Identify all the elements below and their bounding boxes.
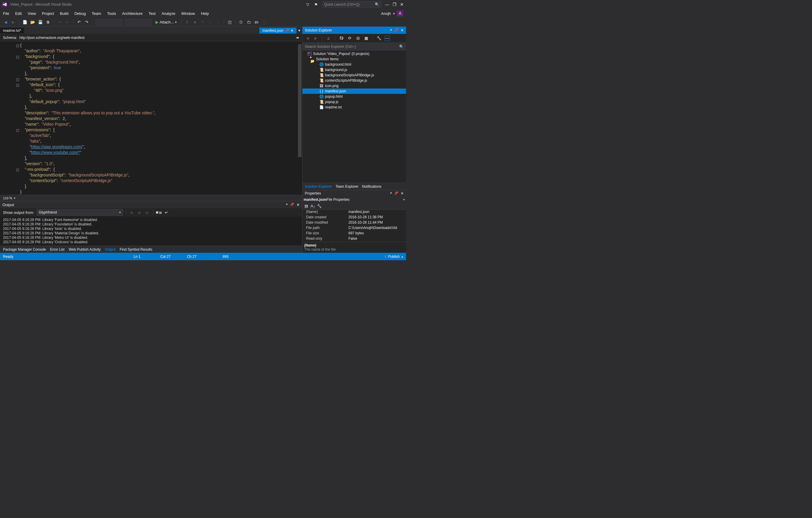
se-fwd-icon[interactable]: ▶ [313, 36, 318, 41]
close-button[interactable]: ✕ [400, 2, 404, 7]
clear-output-button[interactable]: ✖≣ [156, 210, 162, 215]
tree-item[interactable]: 📄readme.txt [302, 105, 406, 110]
property-row[interactable]: Date created2016-10-28 11:38 PM [302, 215, 406, 220]
split-icon[interactable]: ⬌ [296, 36, 299, 40]
categorized-icon[interactable]: ▤ [303, 203, 309, 209]
outdent-button[interactable]: ⇤ [65, 20, 70, 25]
bottom-tab-output[interactable]: Output [105, 247, 115, 251]
menu-team[interactable]: Team [92, 11, 101, 16]
properties-subject[interactable]: manifest.json File Properties ▾ [302, 197, 406, 202]
menu-architecture[interactable]: Architecture [122, 11, 142, 16]
misc-icon-4[interactable]: 🗁 [254, 20, 259, 25]
properties-grid[interactable]: (Name)manifest.jsonDate created2016-10-2… [302, 210, 406, 242]
user-avatar[interactable]: A [397, 10, 403, 16]
bottom-tab-package-manager-console[interactable]: Package Manager Console [3, 247, 46, 251]
misc-icon-5[interactable]: ◌ [262, 20, 267, 25]
publish-button[interactable]: Publish [388, 254, 400, 259]
wrap-output-button[interactable]: ↵ [164, 210, 169, 215]
tree-item[interactable]: 🖼icon.png [302, 83, 406, 88]
panel-dropdown-icon[interactable]: ▾ [390, 191, 392, 195]
attach-button[interactable]: ▶ Attach... ▾ [154, 20, 178, 24]
bottom-tab-find-symbol-results[interactable]: Find Symbol Results [120, 247, 152, 251]
zoom-dropdown-icon[interactable]: ▾ [14, 197, 16, 199]
output-btn-1[interactable]: ≣ [129, 210, 135, 215]
pin-icon[interactable]: 📌 [394, 28, 398, 32]
menu-view[interactable]: View [28, 11, 36, 16]
tab-readme[interactable]: readme.txt* [0, 28, 24, 33]
pin-icon[interactable]: 📌 [290, 202, 294, 207]
menu-window[interactable]: Window [181, 11, 195, 16]
nav-back-button[interactable]: ◀ [3, 20, 8, 25]
se-tab-team-explorer[interactable]: Team Explorer [336, 185, 358, 189]
scrollbar-thumb[interactable] [298, 44, 301, 157]
maximize-button[interactable]: ❐ [393, 2, 397, 7]
property-row[interactable]: File pathC:\Users\Anojh\Downloads\Vid [302, 226, 406, 231]
properties-icon[interactable]: 🔧 [376, 36, 382, 41]
nav-fwd-button[interactable]: ▶ [11, 20, 16, 25]
output-btn-2[interactable]: ≣ [137, 210, 142, 215]
code-editor[interactable]: −{ "author": "Anojh Thayaparan",− "backg… [0, 41, 302, 195]
se-back-icon[interactable]: ◀ [305, 36, 310, 41]
menu-analyze[interactable]: Analyze [162, 11, 175, 16]
tree-item[interactable]: { }manifest.json [302, 88, 406, 94]
menu-project[interactable]: Project [42, 11, 54, 16]
upload-icon[interactable]: ↑ [385, 254, 386, 259]
tree-item[interactable]: 📜backgroundScriptsAPIBridge.js [302, 73, 406, 78]
menu-test[interactable]: Test [149, 11, 156, 16]
misc-icon-3[interactable]: 🗀 [246, 20, 252, 25]
wrench-icon[interactable]: 🔧 [317, 203, 322, 209]
undo-button[interactable]: ↶ [76, 20, 82, 25]
output-source-combo[interactable]: Glyphfriend ▾ [37, 209, 123, 216]
refresh-icon[interactable]: ⟳ [347, 36, 352, 41]
preview-icon[interactable]: — [385, 36, 390, 41]
bottom-tab-web-publish-activity[interactable]: Web Publish Activity [68, 247, 100, 251]
schema-url[interactable]: http://json.schemastore.org/web-manifest [19, 36, 294, 40]
tab-dropdown-icon[interactable]: ▾ [296, 28, 302, 33]
misc-icon-2[interactable]: 🗋 [239, 20, 244, 25]
se-tab-solution-explorer[interactable]: Solution Explorer [305, 185, 332, 189]
pin-icon[interactable]: 📌 [394, 191, 398, 195]
panel-dropdown-icon[interactable]: ▾ [286, 202, 288, 207]
property-row[interactable]: Read-onlyFalse [302, 237, 406, 242]
chevron-down-icon[interactable]: ▾ [393, 12, 395, 15]
tree-item[interactable]: Solution 'Video_Popout' (0 projects) [302, 51, 406, 56]
property-row[interactable]: File size697 bytes [302, 231, 406, 237]
close-tab-icon[interactable]: ✕ [291, 28, 293, 33]
tree-item[interactable]: 📜contentScriptsAPIBridge.js [302, 78, 406, 83]
menu-debug[interactable]: Debug [75, 11, 86, 16]
filter-icon[interactable]: ▽ [306, 2, 310, 7]
menu-edit[interactable]: Edit [15, 11, 22, 16]
se-search-input[interactable]: Search Solution Explorer (Ctrl+;) 🔍 [302, 43, 406, 51]
alpha-icon[interactable]: A↓ [310, 203, 316, 209]
new-project-button[interactable]: 📄 [22, 20, 28, 25]
output-btn-3[interactable]: ≣ [145, 210, 150, 215]
tree-item[interactable]: 🌐background.html [302, 62, 406, 67]
save-button[interactable]: 💾 [38, 20, 43, 25]
bottom-tab-error-list[interactable]: Error List [50, 247, 65, 251]
tree-item[interactable]: ▸ 📁Solution Items [302, 56, 406, 62]
collapse-icon[interactable]: ⊟ [355, 36, 360, 41]
close-panel-icon[interactable]: ✕ [296, 202, 300, 207]
misc-icon-1[interactable]: ◫ [227, 20, 232, 25]
panel-dropdown-icon[interactable]: ▾ [390, 28, 392, 32]
output-text[interactable]: 2017-04-05 9:16:28 PM: Library 'Font Awe… [0, 217, 302, 246]
close-panel-icon[interactable]: ✕ [401, 28, 404, 32]
tree-item[interactable]: 📜background.js [302, 67, 406, 73]
show-all-icon[interactable]: ▦ [364, 36, 369, 41]
home-icon[interactable]: ⌂ [326, 36, 331, 41]
menu-build[interactable]: Build [60, 11, 68, 16]
config-combo[interactable] [95, 19, 122, 26]
redo-button[interactable]: ↷ [84, 20, 89, 25]
tree-item[interactable]: 🌐popup.html [302, 94, 406, 99]
close-panel-icon[interactable]: ✕ [401, 191, 404, 195]
zoom-level[interactable]: 110 % [3, 196, 12, 200]
sync-icon[interactable]: 🗘 [339, 36, 344, 41]
quick-launch-input[interactable]: Quick Launch (Ctrl+Q) 🔍 [322, 1, 381, 8]
menu-help[interactable]: Help [201, 11, 209, 16]
menu-file[interactable]: File [3, 11, 9, 16]
tree-item[interactable]: 📜popup.js [302, 99, 406, 105]
property-row[interactable]: Date modified2016-10-28 11:44 PM [302, 220, 406, 226]
chevron-up-icon[interactable]: ▴ [402, 255, 403, 258]
platform-combo[interactable] [125, 19, 151, 26]
se-tab-notifications[interactable]: Notifications [362, 185, 381, 189]
